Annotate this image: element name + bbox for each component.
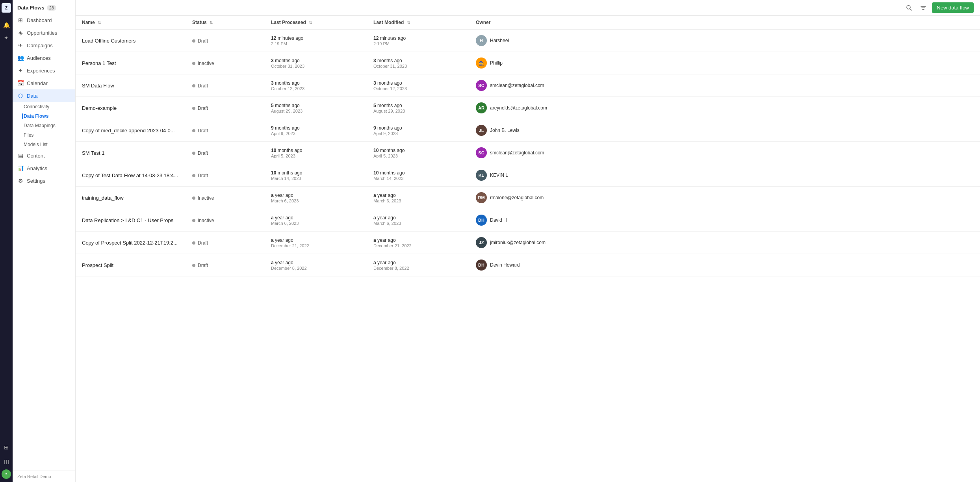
avatar: AR bbox=[476, 102, 487, 113]
status-dot bbox=[192, 197, 195, 200]
sidebar-item-label-analytics: Analytics bbox=[27, 165, 47, 171]
modified-time: a year ago March 6, 2023 bbox=[373, 193, 463, 203]
data-icon: ⬡ bbox=[17, 93, 24, 99]
search-icon[interactable] bbox=[904, 2, 915, 13]
zeta-badge[interactable]: Z bbox=[2, 469, 11, 479]
sidebar-item-audiences[interactable]: 👥 Audiences bbox=[13, 52, 75, 64]
sidebar-sub-connectivity[interactable]: Connectivity bbox=[24, 102, 75, 111]
sidebar-sub-files[interactable]: Files bbox=[24, 130, 75, 140]
processed-time: a year ago December 8, 2022 bbox=[271, 260, 361, 271]
sidebar-item-label-experiences: Experiences bbox=[27, 68, 55, 74]
avatar: SC bbox=[476, 80, 487, 91]
modified-time: 3 months ago October 31, 2023 bbox=[373, 58, 463, 69]
topbar: New data flow bbox=[76, 0, 980, 16]
sidebar-item-analytics[interactable]: 📊 Analytics bbox=[13, 162, 75, 174]
owner-cell: DH Devin Howard bbox=[476, 260, 974, 271]
avatar: 🧙 bbox=[476, 57, 487, 69]
avatar: KL bbox=[476, 170, 487, 181]
experiences-icon: ✦ bbox=[17, 67, 24, 74]
bar-icon-sparkle[interactable]: ✦ bbox=[2, 33, 11, 43]
bar-icon-notifications[interactable]: 🔔 bbox=[2, 20, 11, 30]
table-row[interactable]: training_data_flow Inactive a year ago M… bbox=[76, 187, 980, 209]
status-badge: Inactive bbox=[192, 218, 214, 223]
status-dot bbox=[192, 174, 195, 177]
table-row[interactable]: Demo-example Draft 5 months ago August 2… bbox=[76, 97, 980, 119]
col-header-processed[interactable]: Last Processed ⇅ bbox=[265, 16, 367, 30]
sort-status-icon: ⇅ bbox=[210, 20, 213, 25]
avatar: JZ bbox=[476, 237, 487, 248]
sidebar-item-content[interactable]: ▤ Content bbox=[13, 149, 75, 162]
table-row[interactable]: Data Replication > L&D C1 - User Props I… bbox=[76, 209, 980, 232]
processed-time: 9 months ago April 9, 2023 bbox=[271, 125, 361, 136]
sidebar-sub-datamappings[interactable]: Data Mappings bbox=[24, 121, 75, 130]
table-row[interactable]: Prospect Split Draft a year ago December… bbox=[76, 254, 980, 276]
settings-icon: ⚙ bbox=[17, 178, 24, 184]
owner-name: rmalone@zetaglobal.com bbox=[490, 195, 544, 200]
owner-name: Devin Howard bbox=[490, 262, 520, 268]
sidebar-sub-modelslist[interactable]: Models List bbox=[24, 140, 75, 149]
sidebar-item-data[interactable]: ⬡ Data bbox=[13, 89, 75, 102]
table-row[interactable]: Copy of med_decile append 2023-04-0... D… bbox=[76, 119, 980, 142]
opportunities-icon: ◈ bbox=[17, 30, 24, 36]
status-badge: Inactive bbox=[192, 61, 214, 66]
avatar: DH bbox=[476, 260, 487, 271]
table-row[interactable]: Copy of Prospect Split 2022-12-21T19:2..… bbox=[76, 232, 980, 254]
status-dot bbox=[192, 107, 195, 110]
svg-line-1 bbox=[910, 9, 911, 10]
avatar: JL bbox=[476, 125, 487, 136]
dashboard-icon: ⊞ bbox=[17, 17, 24, 23]
table-row[interactable]: Persona 1 Test Inactive 3 months ago Oct… bbox=[76, 52, 980, 74]
sidebar-item-label-audiences: Audiences bbox=[27, 55, 51, 61]
flow-name: SM Test 1 bbox=[82, 150, 105, 156]
owner-name: areynolds@zetaglobal.com bbox=[490, 105, 547, 111]
status-dot bbox=[192, 264, 195, 267]
flow-name: Prospect Split bbox=[82, 262, 113, 268]
owner-name: smclean@zetaglobal.com bbox=[490, 83, 544, 88]
col-header-name[interactable]: Name ⇅ bbox=[76, 16, 186, 30]
status-badge: Draft bbox=[192, 263, 208, 268]
bar-icon-grid[interactable]: ⊞ bbox=[2, 443, 11, 452]
modified-time: 3 months ago October 12, 2023 bbox=[373, 80, 463, 91]
sidebar-item-opportunities[interactable]: ◈ Opportunities bbox=[13, 26, 75, 39]
status-label: Draft bbox=[198, 128, 208, 133]
sidebar-item-experiences[interactable]: ✦ Experiences bbox=[13, 64, 75, 77]
col-header-modified[interactable]: Last Modified ⇅ bbox=[367, 16, 470, 30]
filter-icon[interactable] bbox=[918, 2, 929, 13]
status-label: Draft bbox=[198, 263, 208, 268]
table-row[interactable]: SM Data Flow Draft 3 months ago October … bbox=[76, 74, 980, 97]
sidebar-item-settings[interactable]: ⚙ Settings bbox=[13, 174, 75, 187]
avatar: SC bbox=[476, 147, 487, 158]
sidebar-item-calendar[interactable]: 📅 Calendar bbox=[13, 77, 75, 89]
processed-time: 3 months ago October 12, 2023 bbox=[271, 80, 361, 91]
avatar: DH bbox=[476, 215, 487, 226]
data-flows-table: Name ⇅ Status ⇅ Last Processed ⇅ Last Mo… bbox=[76, 16, 980, 276]
new-data-flow-button[interactable]: New data flow bbox=[932, 2, 974, 13]
sort-processed-icon: ⇅ bbox=[309, 20, 312, 25]
owner-cell: RM rmalone@zetaglobal.com bbox=[476, 192, 974, 203]
sidebar: Data Flows 28 ⊞ Dashboard ◈ Opportunitie… bbox=[13, 0, 76, 482]
status-dot bbox=[192, 129, 195, 132]
owner-name: David H bbox=[490, 217, 507, 223]
owner-name: John B. Lewis bbox=[490, 128, 520, 133]
table-row[interactable]: SM Test 1 Draft 10 months ago April 5, 2… bbox=[76, 142, 980, 164]
data-flows-table-container: Name ⇅ Status ⇅ Last Processed ⇅ Last Mo… bbox=[76, 16, 980, 482]
flow-name: Data Replication > L&D C1 - User Props bbox=[82, 217, 173, 223]
owner-cell: JZ jmironiuk@zetaglobal.com bbox=[476, 237, 974, 248]
sidebar-sub-dataflows[interactable]: Data Flows bbox=[24, 111, 75, 121]
content-icon: ▤ bbox=[17, 152, 24, 159]
sidebar-item-label-data: Data bbox=[27, 93, 37, 99]
bar-icon-layers[interactable]: ◫ bbox=[2, 457, 11, 466]
table-row[interactable]: Copy of Test Data Flow at 14-03-23 18:4.… bbox=[76, 164, 980, 187]
modified-time: 12 minutes ago 2:19 PM bbox=[373, 35, 463, 46]
modified-time: 5 months ago August 29, 2023 bbox=[373, 103, 463, 113]
status-badge: Draft bbox=[192, 106, 208, 111]
table-row[interactable]: Load Offline Customers Draft 12 minutes … bbox=[76, 30, 980, 52]
col-header-status[interactable]: Status ⇅ bbox=[186, 16, 265, 30]
sidebar-item-campaigns[interactable]: ✈ Campaigns bbox=[13, 39, 75, 52]
sort-modified-icon: ⇅ bbox=[407, 20, 410, 25]
sidebar-item-dashboard[interactable]: ⊞ Dashboard bbox=[13, 14, 75, 26]
owner-name: Harsheel bbox=[490, 38, 509, 43]
owner-cell: KL KEVIN L bbox=[476, 170, 974, 181]
table-header-row: Name ⇅ Status ⇅ Last Processed ⇅ Last Mo… bbox=[76, 16, 980, 30]
icon-bar: Z 🔔 ✦ ⊞ ◫ Z bbox=[0, 0, 13, 482]
